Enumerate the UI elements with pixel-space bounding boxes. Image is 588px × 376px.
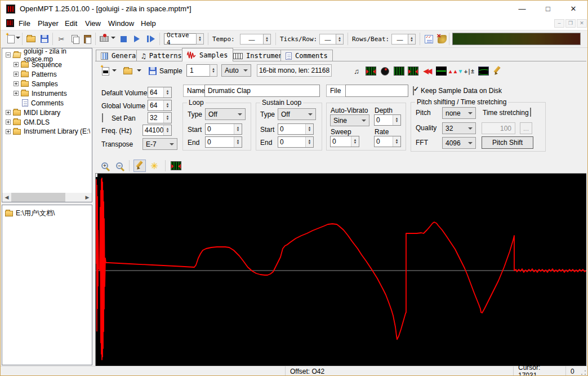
quality-dropdown[interactable]: 32: [442, 122, 476, 134]
sample-name-input[interactable]: Drumatic Clap: [204, 85, 320, 97]
amplify-button[interactable]: [379, 65, 390, 77]
normalize-button[interactable]: [365, 65, 376, 77]
menu-player[interactable]: Player: [37, 19, 60, 29]
waveform-display[interactable]: [95, 173, 586, 366]
octave-spinner[interactable]: [196, 33, 204, 45]
spinner[interactable]: [393, 136, 400, 147]
spinner[interactable]: [163, 100, 171, 110]
invert-button[interactable]: ▲▲▼: [449, 65, 461, 77]
spinner[interactable]: [351, 136, 359, 147]
tab-comments[interactable]: Comments: [280, 50, 333, 61]
expand-icon[interactable]: [6, 129, 11, 134]
paste-button[interactable]: [82, 33, 93, 45]
menu-file[interactable]: File: [17, 19, 32, 29]
sample-index-spinner[interactable]: [210, 64, 217, 77]
show-in-patterns-button[interactable]: [170, 160, 182, 172]
zoom-in-button[interactable]: +: [99, 160, 111, 172]
tab-samples[interactable]: Samples: [182, 48, 233, 61]
sample-index-input[interactable]: 1: [186, 64, 210, 77]
tree-item-midi-library[interactable]: MIDI Library: [6, 108, 60, 117]
global-volume-input[interactable]: 64: [148, 100, 172, 111]
ticks-row-input[interactable]: —: [319, 34, 336, 45]
pitch-shift-button[interactable]: Pitch Shift: [482, 136, 533, 149]
menu-window[interactable]: Window: [107, 19, 135, 29]
mdi-restore-button[interactable]: ❐: [565, 19, 576, 28]
draw-button[interactable]: [492, 65, 503, 77]
stop-button[interactable]: [118, 33, 129, 45]
file-name-input[interactable]: [345, 85, 408, 97]
collapse-icon[interactable]: [6, 52, 11, 57]
pitch-dropdown[interactable]: none: [442, 107, 476, 119]
copy-button[interactable]: [69, 33, 81, 45]
loop-end-input[interactable]: 0: [205, 136, 242, 148]
library-path-item[interactable]: E:\用户\文档\: [5, 209, 55, 218]
tree-item-samples[interactable]: Samples: [14, 79, 58, 89]
open-sample-dropdown[interactable]: [137, 69, 141, 72]
expand-icon[interactable]: [14, 72, 19, 77]
vibrato-type-dropdown[interactable]: Sine: [330, 114, 369, 126]
play-note-button[interactable]: ♫: [351, 65, 362, 77]
frequency-input[interactable]: 44100: [142, 125, 172, 136]
spinner[interactable]: [163, 113, 171, 123]
loop-start-input[interactable]: 0: [205, 123, 242, 135]
tempo-input[interactable]: —: [240, 34, 264, 45]
open-sample-button[interactable]: [122, 65, 133, 77]
metronome-dropdown[interactable]: [111, 37, 115, 39]
fft-dropdown[interactable]: 4096: [442, 137, 476, 149]
open-button[interactable]: [25, 33, 37, 45]
spinner[interactable]: [393, 115, 400, 125]
new-sample-dropdown[interactable]: [112, 69, 117, 72]
pattern-settings-button[interactable]: [423, 33, 434, 45]
panic-button[interactable]: [436, 33, 448, 45]
spinner[interactable]: [163, 125, 171, 135]
transpose-dropdown[interactable]: E-7: [142, 138, 177, 150]
dc-removal-button[interactable]: [393, 65, 404, 77]
menu-help[interactable]: Help: [140, 19, 157, 29]
set-pan-checkbox[interactable]: [102, 113, 103, 122]
tree-hscrollbar[interactable]: ◀ ▶: [2, 193, 92, 202]
spinner[interactable]: [163, 87, 171, 98]
tree-item-patterns[interactable]: Patterns: [14, 69, 57, 79]
resize-grip[interactable]: [580, 369, 587, 376]
save-sample-button[interactable]: [147, 65, 158, 77]
sustain-type-dropdown[interactable]: Off: [278, 108, 316, 120]
scroll-thumb[interactable]: [11, 193, 65, 202]
vibrato-rate-input[interactable]: 0: [374, 136, 401, 147]
menu-edit[interactable]: Edit: [64, 19, 78, 29]
expand-icon[interactable]: [6, 120, 11, 125]
tree-item-instrument-library[interactable]: Instrument Library (E:\用: [6, 127, 90, 136]
play-from-cursor-button[interactable]: [145, 33, 156, 45]
scroll-right-icon[interactable]: ▶: [83, 193, 92, 202]
minimize-button[interactable]: —: [513, 3, 532, 15]
autotune-button[interactable]: [478, 65, 489, 77]
keep-on-disk-checkbox[interactable]: [413, 86, 414, 95]
ticks-row-spinner[interactable]: [336, 34, 344, 45]
menu-view[interactable]: View: [84, 19, 102, 29]
expand-icon[interactable]: [14, 91, 19, 96]
stretch-button[interactable]: [407, 65, 418, 77]
mdi-minimize-button[interactable]: –: [554, 19, 564, 28]
time-stretching-checkbox[interactable]: [530, 108, 531, 117]
rows-beat-spinner[interactable]: [408, 34, 416, 45]
rows-beat-input[interactable]: —: [391, 34, 408, 45]
vibrato-depth-input[interactable]: 0: [374, 114, 401, 126]
tab-patterns[interactable]: ♫ Patterns: [136, 50, 187, 61]
format-dropdown[interactable]: Auto: [221, 64, 251, 77]
expand-icon[interactable]: [6, 110, 11, 115]
spinner[interactable]: [305, 124, 313, 134]
octave-input[interactable]: Octave 4: [164, 33, 197, 45]
spinner[interactable]: [234, 137, 242, 147]
mdi-close-button[interactable]: ✕: [577, 19, 587, 28]
play-button[interactable]: [131, 33, 142, 45]
tempo-spinner[interactable]: [263, 34, 271, 45]
new-file-dropdown[interactable]: [16, 37, 20, 39]
set-pan-input[interactable]: 32: [148, 112, 172, 123]
default-volume-input[interactable]: 64: [148, 87, 172, 98]
loop-type-dropdown[interactable]: Off: [205, 108, 246, 120]
maximize-button[interactable]: □: [538, 3, 558, 15]
expand-icon[interactable]: [14, 62, 19, 67]
stretch-amount-input[interactable]: 100: [482, 122, 515, 134]
tree-item-comments[interactable]: Comments: [22, 98, 64, 108]
metronome-button[interactable]: [99, 33, 110, 45]
new-file-button[interactable]: [5, 33, 16, 45]
